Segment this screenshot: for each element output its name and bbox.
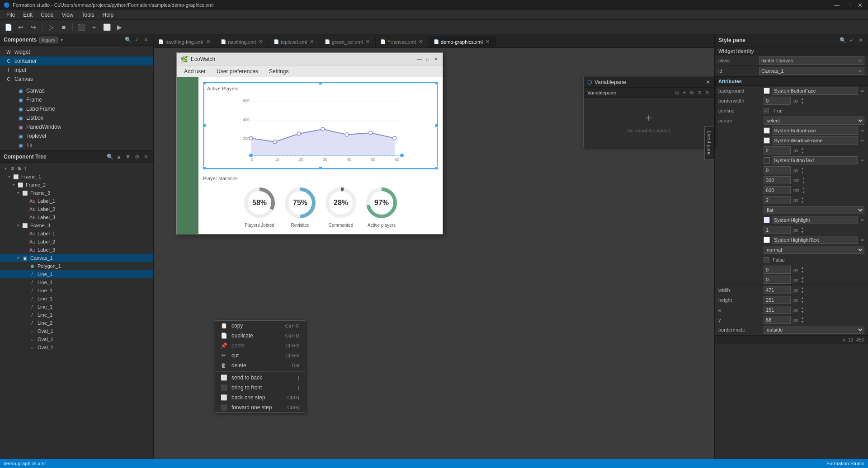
tree-tk1[interactable]: ▾ 🖥 tk_1 xyxy=(0,164,153,173)
tree-close-icon[interactable]: ✕ xyxy=(142,153,150,160)
confine-checkbox[interactable]: ✓ xyxy=(764,108,769,113)
style-search-icon[interactable]: 🔍 xyxy=(839,37,846,44)
attr-300ms-spin[interactable]: ▲▼ xyxy=(802,176,805,184)
sh-edit[interactable]: ✏ xyxy=(861,218,864,223)
search-icon[interactable]: 🔍 xyxy=(124,36,132,43)
tab-canvas[interactable]: 📄 * canvas.xml ✕ xyxy=(376,36,429,47)
swf-swatch[interactable] xyxy=(764,137,770,144)
tree-line2[interactable]: ▾ / Line_2 xyxy=(0,319,153,327)
tab-navthing-img-close[interactable]: ✕ xyxy=(205,39,211,45)
bg-input[interactable] xyxy=(772,87,858,95)
tab-green-scr[interactable]: 📄 green_scr.xml ✕ xyxy=(320,36,376,47)
menu-code[interactable]: Code xyxy=(37,11,57,19)
tree-frame1[interactable]: ▾ ⬜ Frame_1 xyxy=(0,173,153,181)
attr-1px-spin[interactable]: ▲▼ xyxy=(801,226,804,234)
dim-width-input[interactable] xyxy=(764,286,791,294)
toolbar-select[interactable]: ⬛ xyxy=(76,22,87,33)
sht-swatch[interactable] xyxy=(764,237,770,243)
handle-tm[interactable] xyxy=(319,81,322,85)
sub-toplevel[interactable]: ▣ Toplevel xyxy=(0,131,153,140)
sh-swatch[interactable] xyxy=(764,217,770,223)
tree-expand-canvas1[interactable]: ▾ xyxy=(15,255,21,261)
ctx-copy[interactable]: 📋 copy Ctrl+C xyxy=(215,321,305,331)
handle-bm[interactable] xyxy=(319,166,322,170)
handle-bl[interactable] xyxy=(203,166,206,170)
menu-tools[interactable]: Tools xyxy=(78,11,98,19)
tree-label3b[interactable]: ▾ Aa Label_3 xyxy=(0,246,153,254)
var-pane-add-icon[interactable]: + xyxy=(682,89,687,97)
sbt-input[interactable] xyxy=(772,156,858,164)
tree-line1f[interactable]: ▾ / Line_1 xyxy=(0,311,153,319)
tab-canvas-close[interactable]: ✕ xyxy=(418,39,424,45)
var-pane-close2-icon[interactable]: ✕ xyxy=(704,89,710,97)
sht-input[interactable] xyxy=(772,236,858,244)
wi-class-value[interactable]: tkinter Canvas ✏ xyxy=(759,56,864,65)
attr-flat-select[interactable]: flat xyxy=(764,206,864,214)
ctx-bring-front[interactable]: ⬛ bring to front ] xyxy=(215,383,305,393)
menu-edit[interactable]: Edit xyxy=(19,11,36,19)
var-pane-close[interactable]: ✕ xyxy=(706,79,710,85)
tab-demo-graphics[interactable]: 📄 demo-graphics.xml ✕ xyxy=(429,36,496,47)
tree-frame3a[interactable]: ▾ ⬜ Frame_3 xyxy=(0,189,153,197)
handle-tl[interactable] xyxy=(203,81,206,85)
ctx-back-one[interactable]: ⬜ back one step Ctrl+[ xyxy=(215,393,305,402)
attr-2pxb-input[interactable] xyxy=(764,196,791,204)
sub-listbox[interactable]: ▣ Listbox xyxy=(0,113,153,122)
legacy-dropdown-icon[interactable]: ▾ xyxy=(61,37,63,42)
tree-label2b[interactable]: ▾ Aa Label_2 xyxy=(0,238,153,246)
menu-view[interactable]: View xyxy=(58,11,77,19)
ctx-duplicate[interactable]: 📄 duplicate Ctrl+D xyxy=(215,331,305,341)
toolbar-frame[interactable]: ⬜ xyxy=(101,22,112,33)
app-maximize[interactable]: □ xyxy=(425,56,431,62)
toolbar-redo[interactable]: ↪ xyxy=(28,22,39,33)
attr-normal-select[interactable]: normal xyxy=(764,246,864,254)
tab-toplevel[interactable]: 📄 toplevel.xml ✕ xyxy=(269,36,320,47)
legacy-badge[interactable]: legacy xyxy=(39,37,58,43)
tree-oval1b[interactable]: ▾ ○ Oval_1 xyxy=(0,335,153,343)
tree-settings-icon[interactable]: ⚙ xyxy=(133,153,141,160)
attr-2px-input[interactable] xyxy=(764,146,791,154)
handle-br[interactable] xyxy=(435,166,439,170)
tree-expand-frame2[interactable]: ▾ xyxy=(11,182,16,187)
sub-labelframe[interactable]: ▣ LabelFrame xyxy=(0,104,153,113)
var-pane-settings2-icon[interactable]: ≡ xyxy=(697,89,702,97)
attr-0pxb-spin[interactable]: ▲▼ xyxy=(801,266,804,274)
dim-height-input[interactable] xyxy=(764,296,791,304)
bg-edit-icon[interactable]: ✏ xyxy=(861,89,864,94)
app-close[interactable]: ✕ xyxy=(433,56,439,62)
tree-canvas1[interactable]: ▾ ▣ Canvas_1 xyxy=(0,254,153,262)
toolbar-add[interactable]: + xyxy=(89,22,99,33)
dim-x-input[interactable] xyxy=(764,306,791,314)
title-bar-controls[interactable]: — □ ✕ xyxy=(832,2,864,9)
tree-expand-tk1[interactable]: ▾ xyxy=(3,166,8,171)
tree-expand-frame1[interactable]: ▾ xyxy=(6,174,12,179)
attributes-title[interactable]: Attributes xyxy=(715,77,868,86)
tree-label1b[interactable]: ▾ Aa Label_1 xyxy=(0,229,153,238)
app-minimize[interactable]: — xyxy=(416,56,423,62)
sub-canvas[interactable]: ▣ Canvas xyxy=(0,86,153,95)
tree-up-icon[interactable]: ▲ xyxy=(115,153,123,160)
sub-frame[interactable]: ▣ Frame xyxy=(0,95,153,104)
wi-id-edit[interactable]: ✏ xyxy=(859,69,862,74)
app-menu-preferences[interactable]: User preferences xyxy=(212,67,263,76)
comp-container[interactable]: C container xyxy=(0,56,153,66)
attr-0pxb-input[interactable] xyxy=(764,266,791,274)
borderwidth-spin[interactable]: ▲ ▼ xyxy=(801,97,804,105)
ctx-forward-one[interactable]: ⬛ forward one step Ctrl+] xyxy=(215,402,305,412)
swf-input[interactable] xyxy=(772,136,858,145)
tree-line1a[interactable]: ▾ / Line_1 xyxy=(0,270,153,278)
handle-tr[interactable] xyxy=(435,81,439,85)
var-pane-add-large[interactable]: + xyxy=(646,112,652,124)
comp-input[interactable]: I input xyxy=(0,66,153,75)
sbf-swatch[interactable] xyxy=(764,127,770,134)
tree-down-icon[interactable]: ▼ xyxy=(124,153,132,160)
attr-600ms-spin[interactable]: ▲▼ xyxy=(802,186,805,194)
minimize-btn[interactable]: — xyxy=(832,2,841,9)
menu-help[interactable]: Help xyxy=(99,11,118,19)
var-pane-copy-icon[interactable]: ⧉ xyxy=(674,89,680,97)
comp-widget[interactable]: W widget xyxy=(0,47,153,56)
attr-600ms-input[interactable] xyxy=(764,186,791,194)
wi-id-value[interactable]: Canvas_1 ✏ xyxy=(759,67,864,75)
sub-panedwindow[interactable]: ▣ PanedWindow xyxy=(0,122,153,131)
event-pane-tab[interactable]: Event pane xyxy=(704,126,714,160)
